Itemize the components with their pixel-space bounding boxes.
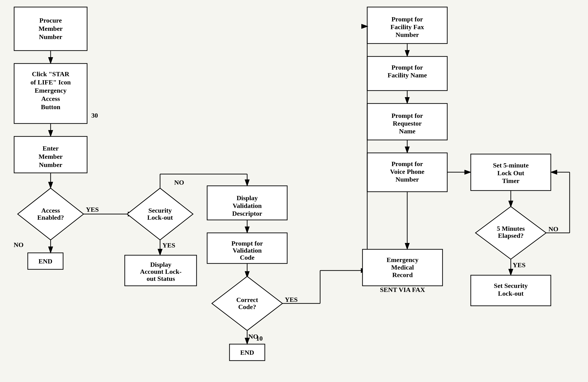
enter-member-text2: Member (39, 153, 63, 160)
display-account-text1: Display (150, 261, 171, 268)
display-validation-text3: Descriptor (232, 210, 262, 217)
yes-label-security: YES (162, 241, 175, 249)
prompt-requestor-text3: Name (399, 127, 416, 135)
display-account-text3: out Status (147, 275, 175, 282)
prompt-voice-phone-text3: Number (396, 176, 419, 183)
prompt-validation-text1: Prompt for (231, 240, 263, 247)
end2-text: END (240, 349, 254, 356)
prompt-validation-text3: Code (240, 254, 254, 261)
correct-code-text2: Code? (238, 303, 256, 310)
prompt-facility-fax-text1: Prompt for (391, 16, 423, 23)
click-star-text2: of LIFE" Icon (30, 79, 71, 86)
no-label-access: NO (14, 241, 23, 248)
prompt-requestor-text1: Prompt for (391, 112, 423, 119)
access-enabled-text2: Enabled? (37, 214, 64, 221)
emr-text1: Emergency (386, 256, 418, 263)
prompt-voice-phone-text1: Prompt for (391, 160, 423, 167)
prompt-facility-name-text2: Facility Name (387, 72, 427, 79)
yes-label-code: YES (285, 296, 297, 303)
display-validation-text1: Display (237, 194, 258, 201)
prompt-voice-phone-text2: Voice Phone (390, 168, 424, 175)
procure-member-text: Procure (39, 17, 62, 24)
set-security-lockout-text1: Set Security (494, 282, 528, 289)
click-star-text4: Access (41, 95, 60, 102)
prompt-validation-text2: Validation (232, 247, 262, 254)
prompt-facility-fax-text2: Facility Fax (391, 23, 424, 31)
procure-member-text3: Number (39, 33, 62, 40)
label-10: 10 (256, 335, 263, 342)
correct-code-text1: Correct (236, 296, 258, 303)
prompt-facility-name-text1: Prompt for (391, 64, 423, 71)
no-label-elapsed: NO (548, 225, 558, 233)
display-validation-text2: Validation (232, 202, 262, 209)
no-label-security: NO (174, 179, 184, 186)
yes-label-elapsed: YES (513, 261, 525, 269)
click-star-text5: Button (41, 103, 61, 111)
5min-elapsed-text1: 5 Minutes (497, 225, 525, 232)
click-star-text3: Emergency (35, 87, 66, 94)
set-security-lockout-text2: Lock-out (498, 290, 524, 297)
access-enabled-text1: Access (41, 207, 60, 214)
prompt-requestor-text2: Requestor (393, 120, 422, 127)
click-star-text1: Click "STAR (32, 70, 70, 78)
label-30: 30 (91, 112, 98, 119)
5min-elapsed-text2: Elapsed? (498, 232, 524, 239)
enter-member-text1: Enter (42, 145, 59, 152)
flowchart-container: Procure Member Number Click "STAR of LIF… (0, 0, 588, 382)
yes-label-access: YES (86, 206, 99, 213)
display-account-text2: Account Lock- (140, 268, 182, 275)
set-5min-timer-text3: Timer (502, 177, 520, 184)
procure-member-text2: Member (39, 25, 63, 32)
enter-member-text3: Number (39, 161, 62, 168)
emr-text3: Record (392, 271, 413, 279)
end1-text: END (38, 258, 52, 265)
set-5min-timer-text1: Set 5-minute (493, 161, 529, 169)
security-lockout-text2: Lock-out (147, 214, 173, 221)
emr-sent-fax: SENT VIA FAX (380, 286, 425, 293)
prompt-facility-fax-text3: Number (396, 31, 419, 38)
security-lockout-text1: Security (148, 207, 172, 214)
emr-text2: Medical (391, 264, 414, 271)
set-5min-timer-text2: Lock Out (497, 169, 525, 177)
